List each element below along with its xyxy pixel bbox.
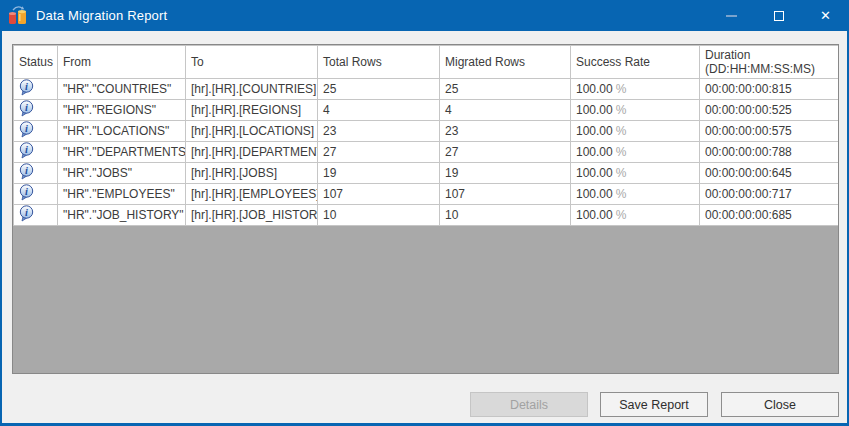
to-cell: [hr].[HR].[COUNTRIES] [186, 79, 318, 100]
total-rows-cell: 23 [318, 121, 440, 142]
info-status-icon: i [19, 163, 34, 180]
details-button: Details [470, 392, 588, 417]
total-rows-cell: 19 [318, 163, 440, 184]
migrated-rows-cell: 10 [440, 205, 571, 226]
svg-text:i: i [25, 123, 28, 134]
close-icon: ✕ [820, 9, 831, 22]
col-header-migrated-rows[interactable]: Migrated Rows [440, 46, 571, 79]
status-cell: i [14, 163, 58, 184]
success-rate-cell: 100.00% [571, 121, 700, 142]
maximize-button[interactable] [755, 0, 802, 31]
svg-text:i: i [25, 102, 28, 113]
status-cell: i [14, 100, 58, 121]
migrated-rows-cell: 4 [440, 100, 571, 121]
from-cell: "HR"."JOBS" [58, 163, 186, 184]
col-header-status[interactable]: Status [14, 46, 58, 79]
duration-cell: 00:00:00:00:815 [700, 79, 839, 100]
info-status-icon: i [19, 79, 34, 96]
titlebar: Data Migration Report ✕ [0, 0, 849, 31]
migrated-rows-cell: 25 [440, 79, 571, 100]
to-cell: [hr].[HR].[LOCATIONS] [186, 121, 318, 142]
duration-cell: 00:00:00:00:788 [700, 142, 839, 163]
migrated-rows-cell: 27 [440, 142, 571, 163]
info-status-icon: i [19, 205, 34, 222]
total-rows-cell: 107 [318, 184, 440, 205]
to-cell: [hr].[HR].[REGIONS] [186, 100, 318, 121]
col-header-from[interactable]: From [58, 46, 186, 79]
duration-cell: 00:00:00:00:685 [700, 205, 839, 226]
duration-cell: 00:00:00:00:717 [700, 184, 839, 205]
table-row[interactable]: i"HR"."COUNTRIES"[hr].[HR].[COUNTRIES]25… [14, 79, 839, 100]
migrated-rows-cell: 23 [440, 121, 571, 142]
duration-cell: 00:00:00:00:525 [700, 100, 839, 121]
save-report-button[interactable]: Save Report [600, 392, 708, 417]
header-row: Status From To Total Rows Migrated Rows … [14, 46, 839, 79]
success-rate-cell: 100.00% [571, 163, 700, 184]
data-migration-report-window: Data Migration Report ✕ Status From To T… [0, 0, 849, 426]
to-cell: [hr].[HR].[EMPLOYEES] [186, 184, 318, 205]
duration-cell: 00:00:00:00:575 [700, 121, 839, 142]
svg-text:i: i [25, 165, 28, 176]
col-header-to[interactable]: To [186, 46, 318, 79]
table-row[interactable]: i"HR"."JOBS"[hr].[HR].[JOBS]1919100.00%0… [14, 163, 839, 184]
from-cell: "HR"."LOCATIONS" [58, 121, 186, 142]
table-row[interactable]: i"HR"."JOB_HISTORY"[hr].[HR].[JOB_HISTOR… [14, 205, 839, 226]
info-status-icon: i [19, 184, 34, 201]
svg-text:i: i [25, 207, 28, 218]
total-rows-cell: 25 [318, 79, 440, 100]
minimize-icon [726, 15, 737, 17]
maximize-icon [774, 11, 784, 21]
to-cell: [hr].[HR].[JOB_HISTORY] [186, 205, 318, 226]
from-cell: "HR"."EMPLOYEES" [58, 184, 186, 205]
svg-text:i: i [25, 81, 28, 92]
table-row[interactable]: i"HR"."REGIONS"[hr].[HR].[REGIONS]44100.… [14, 100, 839, 121]
window-controls: ✕ [708, 0, 849, 31]
from-cell: "HR"."COUNTRIES" [58, 79, 186, 100]
svg-text:i: i [25, 144, 28, 155]
migrated-rows-cell: 19 [440, 163, 571, 184]
status-cell: i [14, 79, 58, 100]
table-row[interactable]: i"HR"."LOCATIONS"[hr].[HR].[LOCATIONS]23… [14, 121, 839, 142]
col-header-success-rate[interactable]: Success Rate [571, 46, 700, 79]
status-cell: i [14, 184, 58, 205]
svg-text:i: i [25, 186, 28, 197]
close-button[interactable]: ✕ [802, 0, 849, 31]
success-rate-cell: 100.00% [571, 184, 700, 205]
success-rate-cell: 100.00% [571, 100, 700, 121]
total-rows-cell: 27 [318, 142, 440, 163]
from-cell: "HR"."JOB_HISTORY" [58, 205, 186, 226]
from-cell: "HR"."DEPARTMENTS" [58, 142, 186, 163]
app-icon [7, 5, 29, 27]
col-header-duration[interactable]: Duration (DD:HH:MM:SS:MS) [700, 46, 839, 79]
status-cell: i [14, 121, 58, 142]
info-status-icon: i [19, 121, 34, 138]
to-cell: [hr].[HR].[DEPARTMENTS] [186, 142, 318, 163]
minimize-button[interactable] [708, 0, 755, 31]
migration-report-grid[interactable]: Status From To Total Rows Migrated Rows … [12, 44, 839, 374]
success-rate-cell: 100.00% [571, 142, 700, 163]
status-cell: i [14, 142, 58, 163]
duration-cell: 00:00:00:00:645 [700, 163, 839, 184]
close-report-button[interactable]: Close [721, 392, 839, 417]
table-row[interactable]: i"HR"."EMPLOYEES"[hr].[HR].[EMPLOYEES]10… [14, 184, 839, 205]
migrated-rows-cell: 107 [440, 184, 571, 205]
success-rate-cell: 100.00% [571, 79, 700, 100]
total-rows-cell: 4 [318, 100, 440, 121]
success-rate-cell: 100.00% [571, 205, 700, 226]
col-header-total-rows[interactable]: Total Rows [318, 46, 440, 79]
total-rows-cell: 10 [318, 205, 440, 226]
window-title: Data Migration Report [36, 8, 167, 23]
from-cell: "HR"."REGIONS" [58, 100, 186, 121]
to-cell: [hr].[HR].[JOBS] [186, 163, 318, 184]
status-cell: i [14, 205, 58, 226]
info-status-icon: i [19, 100, 34, 117]
table-row[interactable]: i"HR"."DEPARTMENTS"[hr].[HR].[DEPARTMENT… [14, 142, 839, 163]
info-status-icon: i [19, 142, 34, 159]
